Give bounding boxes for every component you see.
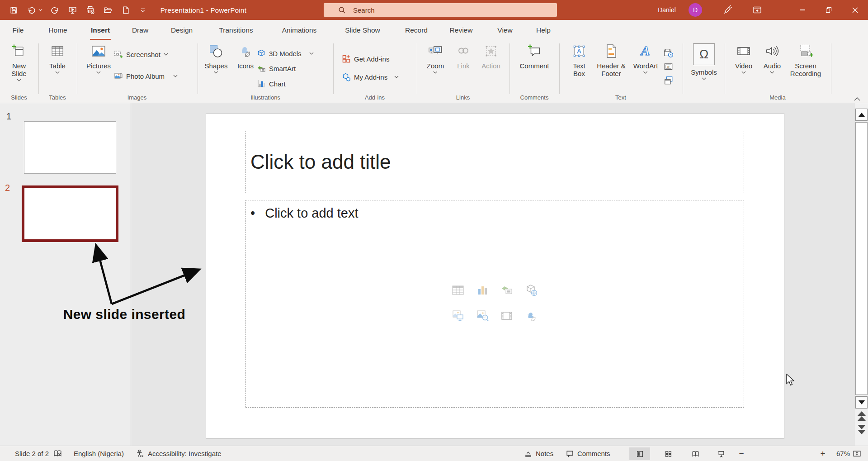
new-document-icon [121,6,130,14]
svg-text:#: # [667,65,670,69]
avatar[interactable]: D [689,3,702,17]
tab-draw[interactable]: Draw [129,20,151,41]
group-label-addins: Add-ins [365,94,385,101]
restore-button[interactable] [816,0,842,20]
slide-2-thumbnail-selected[interactable] [22,185,118,242]
chevron-down-icon [394,76,399,78]
icons-button[interactable]: Icons [237,43,254,70]
accessibility-button[interactable]: Accessibility: Investigate [136,446,222,461]
audio-button[interactable]: Audio [764,43,781,74]
insert-smartart-button[interactable] [500,284,514,297]
my-addins-icon [342,72,351,81]
tab-file[interactable]: File [10,20,27,41]
normal-view-button[interactable] [629,447,650,460]
comment-button[interactable]: Comment [519,43,549,70]
tab-review[interactable]: Review [447,20,476,41]
insert-3d-model-button[interactable] [524,284,538,297]
date-time-button[interactable] [664,47,674,60]
insert-stock-image-button[interactable] [451,309,465,323]
insert-object-button[interactable] [664,74,674,87]
next-slide-button[interactable] [857,423,866,435]
notes-button[interactable]: Notes [524,446,553,461]
spell-check-button[interactable] [53,446,62,461]
slide-1-thumbnail[interactable] [24,121,116,174]
redo-button[interactable] [49,5,60,15]
insert-video-button[interactable] [500,309,514,323]
3d-models-button[interactable]: 3D Models [257,47,314,60]
tab-home[interactable]: Home [46,20,70,41]
new-slide-button[interactable]: New Slide [7,43,31,81]
tab-transitions[interactable]: Transitions [216,20,255,41]
smartart-button[interactable]: SmartArt [257,62,296,75]
print-preview-button[interactable] [85,5,95,15]
tab-design[interactable]: Design [168,20,195,41]
symbols-button[interactable]: Ω Symbols [691,43,717,80]
tab-slide-show[interactable]: Slide Show [342,20,383,41]
ribbon-display-options-button[interactable] [750,3,764,17]
wordart-button[interactable]: A WordArt [633,43,658,74]
tab-record[interactable]: Record [402,20,430,41]
scroll-down-button[interactable] [855,396,868,409]
get-addins-button[interactable]: Get Add-ins [342,52,389,65]
group-divider [725,43,725,94]
scroll-up-button[interactable] [855,109,868,121]
group-label-text: Text [615,94,626,101]
search-input[interactable] [352,6,557,14]
user-name[interactable]: Daniel [652,0,682,20]
photo-album-button[interactable]: Photo Album [114,70,178,82]
insert-icon-button[interactable] [524,309,538,323]
text-box-icon: A [571,43,587,59]
insert-chart-button[interactable] [476,284,489,297]
scrollbar-thumb[interactable] [855,122,868,395]
pictures-button[interactable]: Pictures [86,43,111,74]
group-label-tables: Tables [49,94,66,101]
video-icon [736,43,751,59]
fit-slide-to-window-button[interactable] [853,446,861,461]
text-box-button[interactable]: A Text Box [569,43,589,77]
insert-table-button[interactable] [451,284,465,297]
link-icon [456,43,471,59]
presenter-coach-button[interactable] [721,3,734,17]
tab-view[interactable]: View [495,20,515,41]
header-footer-button[interactable]: Header & Footer [596,43,626,77]
previous-slide-button[interactable] [857,410,866,422]
collapse-ribbon-button[interactable] [854,97,861,101]
screen-recording-button[interactable]: Screen Recording [787,43,824,77]
language-button[interactable]: English (Nigeria) [74,446,124,461]
screenshot-button[interactable]: Screenshot [114,48,168,61]
save-button[interactable] [8,5,19,15]
search-box[interactable] [324,3,557,17]
tab-animations[interactable]: Animations [279,20,320,41]
tab-help[interactable]: Help [533,20,553,41]
slide-show-view-button[interactable] [711,447,731,460]
shapes-button[interactable]: Shapes [205,43,228,74]
zoom-button[interactable]: Zoom [427,43,444,74]
start-from-beginning-button[interactable] [67,5,78,15]
comments-button[interactable]: Comments [566,446,610,461]
minimize-button[interactable] [789,0,816,20]
shapes-icon [208,43,224,59]
slide-number-button[interactable]: # [664,61,674,73]
zoom-out-button[interactable]: − [736,446,747,461]
title-placeholder[interactable]: Click to add title [245,131,744,193]
my-addins-button[interactable]: My Add-ins [342,71,399,83]
video-button[interactable]: Video [735,43,752,74]
new-file-button[interactable] [120,5,131,15]
close-button[interactable] [842,0,868,20]
chart-button[interactable]: Chart [257,77,286,90]
tab-insert[interactable]: Insert [88,20,113,41]
undo-dropdown-button[interactable] [38,5,42,15]
insert-online-pictures-button[interactable] [476,309,489,323]
zoom-in-button[interactable]: + [817,446,828,461]
annotation-arrows [81,235,212,312]
zoom-percent[interactable]: 67% [831,446,850,461]
reading-view-button[interactable] [685,447,706,460]
screenshot-icon [114,50,123,59]
open-button[interactable] [102,5,113,15]
slide-sorter-view-button[interactable] [658,447,679,460]
chevron-down-icon [702,77,706,80]
customize-quick-access-button[interactable] [137,5,148,15]
chevron-down-icon [309,52,314,55]
undo-button[interactable] [26,5,37,15]
table-button[interactable]: Table [49,43,66,74]
